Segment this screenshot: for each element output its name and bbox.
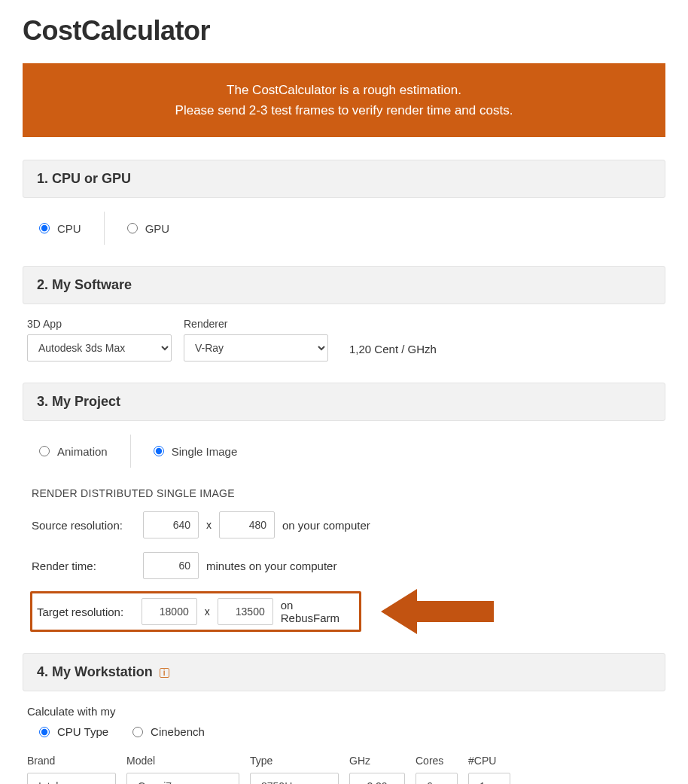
divider [104,212,105,245]
radio-animation-label: Animation [57,445,108,458]
app-label: 3D App [27,318,172,330]
radio-gpu[interactable]: GPU [127,222,170,235]
ncpu-label: #CPU [468,755,510,767]
source-suffix: on your computer [282,519,370,532]
info-icon[interactable]: i [160,668,169,678]
radio-gpu-input[interactable] [127,223,138,233]
calculate-with-label: Calculate with my [27,705,661,718]
target-label: Target resolution: [37,606,134,618]
radio-cinebench[interactable]: Cinebench [132,725,205,738]
section-1-header: 1. CPU or GPU [23,160,665,198]
notice-line-1: The CostCalculator is a rough estimation… [38,80,650,100]
radio-cpu-label: CPU [57,222,81,235]
radio-cputype-input[interactable] [39,727,50,737]
radio-gpu-label: GPU [145,222,170,235]
divider [130,435,131,468]
render-time-row: Render time: minutes on your computer [27,551,661,581]
render-time-label: Render time: [32,560,135,572]
render-time-suffix: minutes on your computer [206,560,336,572]
cores-select[interactable]: 6 [416,773,458,784]
source-width-input[interactable] [143,511,199,538]
renderer-select[interactable]: V-Ray [184,334,328,361]
model-select[interactable]: Core i7 [126,773,239,784]
price-text: 1,20 Cent / GHzh [340,343,437,361]
radio-animation-input[interactable] [39,446,50,456]
section-4-title: 4. My Workstation [37,664,153,679]
app-select[interactable]: Autodesk 3ds Max [27,334,172,361]
render-subhead: RENDER DISTRIBUTED SINGLE IMAGE [32,487,661,499]
radio-single-image-input[interactable] [154,446,164,456]
ghz-input[interactable] [349,773,405,784]
target-highlight-box: Target resolution: x on RebusFarm [30,591,361,632]
target-suffix: on RebusFarm [281,599,355,624]
source-height-input[interactable] [219,511,275,538]
cores-label: Cores [416,755,458,767]
brand-select[interactable]: Intel [27,773,116,784]
renderer-label: Renderer [184,318,328,330]
radio-single-image-label: Single Image [172,445,238,458]
type-select[interactable]: 8750H [250,773,339,784]
section-4-header: 4. My Workstation i [23,653,665,691]
x-separator: x [206,519,212,531]
ncpu-select[interactable]: 1 [468,773,510,784]
target-resolution-row: Target resolution: x on RebusFarm [27,591,661,632]
radio-cputype-label: CPU Type [57,725,108,738]
radio-animation[interactable]: Animation [39,445,108,458]
radio-cputype[interactable]: CPU Type [39,725,108,738]
notice-banner: The CostCalculator is a rough estimation… [23,63,665,137]
source-resolution-row: Source resolution: x on your computer [27,510,661,540]
section-3-header: 3. My Project [23,383,665,421]
model-label: Model [126,755,239,767]
radio-cpu[interactable]: CPU [39,222,81,235]
ghz-label: GHz [349,755,405,767]
section-2-header: 2. My Software [23,266,665,304]
type-label: Type [250,755,339,767]
radio-cinebench-label: Cinebench [151,725,205,738]
svg-marker-0 [381,589,494,634]
notice-line-2: Please send 2-3 test frames to verify re… [38,100,650,120]
radio-single-image[interactable]: Single Image [154,445,238,458]
target-width-input[interactable] [142,598,197,625]
brand-label: Brand [27,755,116,767]
page-title: CostCalculator [23,15,665,47]
radio-cpu-input[interactable] [39,223,50,233]
source-label: Source resolution: [32,519,135,532]
render-time-input[interactable] [143,552,199,579]
arrow-left-icon [381,589,494,634]
radio-cinebench-input[interactable] [132,727,143,737]
x-separator: x [205,606,210,618]
target-height-input[interactable] [218,598,273,625]
